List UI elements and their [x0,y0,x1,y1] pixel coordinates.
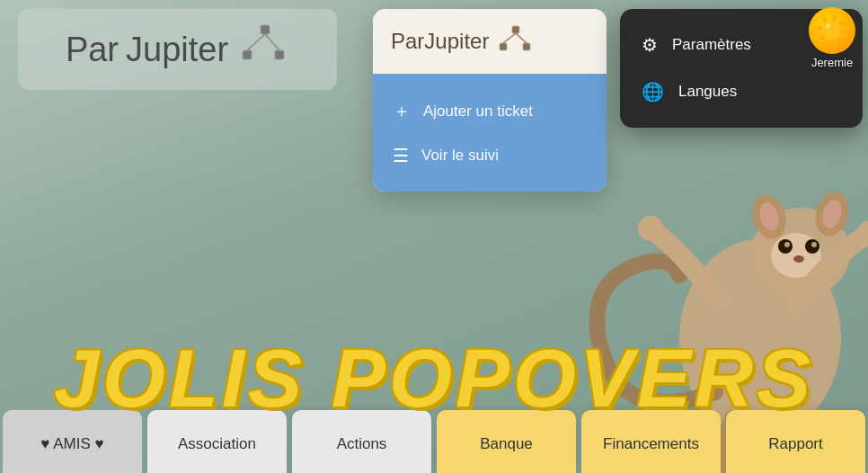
svg-line-18 [265,34,279,50]
banque-label: Banque [480,435,533,453]
gear-icon: ⚙ [642,34,658,56]
plus-icon: ＋ [393,99,411,123]
svg-rect-16 [275,50,284,59]
svg-line-17 [247,34,265,50]
svg-rect-14 [261,25,270,34]
main-popover: ParJupiter ＋ Ajouter un ticket ☰ Voir le… [373,9,607,192]
svg-point-9 [784,242,790,247]
svg-point-12 [638,216,663,241]
svg-line-23 [516,33,527,43]
svg-point-10 [811,242,817,247]
popover-logo-icon [498,25,532,58]
main-logo-card: ParJupiter [18,9,337,90]
main-logo: ParJupiter [66,23,289,76]
svg-rect-15 [243,50,252,59]
amis-label: ♥ AMIS ♥ [40,435,103,453]
popover-logo-text: ParJupiter [391,29,489,54]
svg-point-11 [793,255,804,263]
logo-jupiter: Jupiter [126,31,228,69]
popover-body: ＋ Ajouter un ticket ☰ Voir le suivi [373,74,607,192]
parametres-label: Paramètres [672,36,751,54]
actions-label: Actions [337,435,387,453]
add-ticket-label: Ajouter un ticket [423,103,533,120]
user-badge[interactable]: ☀️ Jeremie [809,7,855,69]
langues-label: Langues [678,83,737,101]
rapport-label: Rapport [768,435,822,453]
username: Jeremie [811,56,853,69]
voir-suivi-item[interactable]: ☰ Voir le suivi [373,134,607,177]
svg-rect-19 [512,26,519,33]
globe-icon: 🌐 [642,81,664,103]
sun-icon: ☀️ [814,13,850,48]
list-icon: ☰ [393,145,409,166]
popover-header: ParJupiter [373,9,607,74]
add-ticket-item[interactable]: ＋ Ajouter un ticket [373,88,607,134]
avatar: ☀️ [809,7,855,54]
voir-suivi-label: Voir le suivi [421,147,499,165]
langues-item[interactable]: 🌐 Langues [620,68,863,115]
page-title: JOLIS POPOVERS [0,338,868,419]
svg-line-22 [503,33,516,43]
logo-tree-icon [235,23,289,76]
financements-label: Financements [603,435,699,453]
svg-rect-21 [523,43,530,50]
svg-rect-20 [500,43,507,50]
logo-par: Par [66,31,119,69]
association-label: Association [178,435,256,453]
